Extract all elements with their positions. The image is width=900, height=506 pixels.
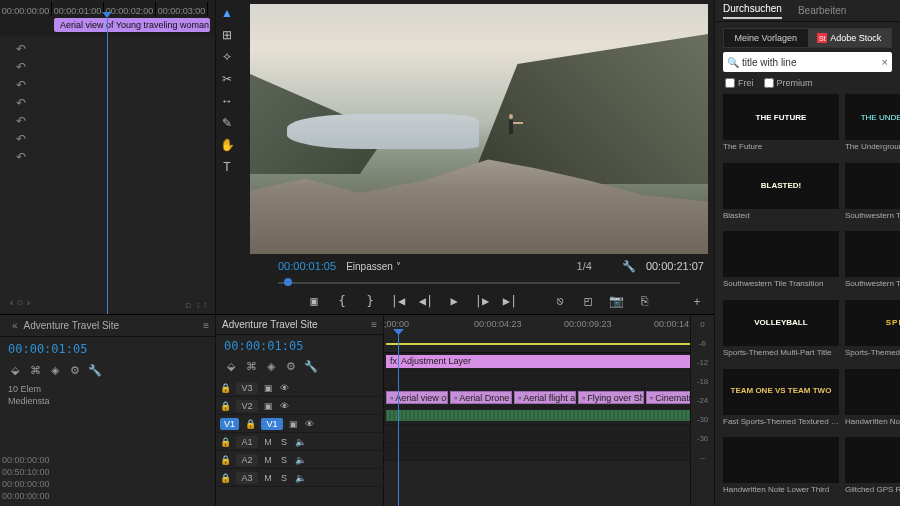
- tl-settings-icon[interactable]: ⚙: [284, 359, 298, 373]
- tab-prev-icon[interactable]: «: [12, 320, 18, 331]
- hand-tool-icon[interactable]: ✋: [218, 136, 236, 154]
- my-templates-toggle[interactable]: Meine Vorlagen: [724, 29, 808, 47]
- lock-icon[interactable]: 🔒: [220, 383, 232, 393]
- template-item[interactable]: Handwritten Note Lower Third: [723, 437, 839, 500]
- lock-icon[interactable]: 🔒: [220, 401, 232, 411]
- free-checkbox[interactable]: Frei: [725, 78, 754, 88]
- wrench-icon[interactable]: 🔧: [88, 363, 102, 377]
- solo-icon[interactable]: S: [278, 473, 290, 483]
- tab-browse[interactable]: Durchsuchen: [723, 3, 782, 19]
- export-frame-icon[interactable]: 📷: [607, 292, 625, 310]
- template-thumb[interactable]: [845, 437, 900, 483]
- template-item[interactable]: THE UNDERGROUNDThe Underground: [845, 94, 900, 157]
- lane-a1[interactable]: [384, 407, 714, 425]
- project-tab[interactable]: « Adventure Travel Site ≡: [0, 315, 215, 337]
- template-source-toggle[interactable]: Meine Vorlagen StAdobe Stock: [723, 28, 892, 48]
- lock-icon[interactable]: 🔒: [220, 473, 232, 483]
- settings-icon[interactable]: ⚙: [68, 363, 82, 377]
- template-item[interactable]: SPEEDSports-Themed Rolling Title T…: [845, 300, 900, 363]
- program-viewport[interactable]: [250, 4, 708, 254]
- lane-a3[interactable]: [384, 443, 714, 461]
- marker-icon[interactable]: ▣: [305, 292, 323, 310]
- template-thumb[interactable]: [723, 231, 839, 277]
- go-out-icon[interactable]: ▶|: [501, 292, 519, 310]
- timeline-body[interactable]: ;00:00 00:00:04:23 00:00:09:23 00:00:14:…: [384, 315, 714, 506]
- template-thumb[interactable]: TEAM ONE VS TEAM TWO: [723, 369, 839, 415]
- tab-edit[interactable]: Bearbeiten: [798, 5, 846, 16]
- template-item[interactable]: THE FUTUREThe Future: [723, 94, 839, 157]
- timeline-ruler[interactable]: ;00:00 00:00:04:23 00:00:09:23 00:00:14:…: [384, 315, 714, 353]
- work-area-bar[interactable]: [386, 343, 708, 345]
- lane-v3[interactable]: fxAdjustment Layer: [384, 353, 714, 371]
- video-clip[interactable]: ▫Aerial Drone Shot One Perso: [450, 391, 512, 404]
- lock-icon[interactable]: 🔒: [220, 455, 232, 465]
- template-search[interactable]: 🔍 ×: [723, 52, 892, 72]
- template-item[interactable]: Southwestern Tile Lower Third: [845, 231, 900, 294]
- sequence-tab[interactable]: Adventure Travel Site≡: [216, 315, 383, 335]
- link-sel-icon[interactable]: ⌘: [244, 359, 258, 373]
- program-scrubber[interactable]: [278, 278, 680, 288]
- wrench-icon[interactable]: 🔧: [622, 260, 636, 273]
- link-icon[interactable]: ⌘: [28, 363, 42, 377]
- lock-icon[interactable]: 🔒: [220, 437, 232, 447]
- template-item[interactable]: Southwestern Tile Transition: [723, 231, 839, 294]
- mute-icon[interactable]: M: [262, 455, 274, 465]
- search-input[interactable]: [742, 57, 882, 68]
- video-clip[interactable]: ▫Aerial view of Young travel: [386, 391, 448, 404]
- lane-a2[interactable]: [384, 425, 714, 443]
- marker-icon[interactable]: ◈: [48, 363, 62, 377]
- adobe-stock-toggle[interactable]: StAdobe Stock: [808, 29, 892, 47]
- type-tool-icon[interactable]: T: [218, 158, 236, 176]
- timeline-timecode[interactable]: 00:00:01:05: [224, 339, 303, 353]
- mute-icon[interactable]: M: [262, 437, 274, 447]
- lane-v2[interactable]: [384, 371, 714, 389]
- template-item[interactable]: BLASTED!Blasted: [723, 163, 839, 226]
- eye-icon[interactable]: 👁: [303, 419, 315, 429]
- pen-tool-icon[interactable]: ✎: [218, 114, 236, 132]
- template-thumb[interactable]: [845, 369, 900, 415]
- toggle-output-icon[interactable]: ▣: [262, 383, 274, 393]
- add-marker-icon[interactable]: ◈: [264, 359, 278, 373]
- track-header-v1[interactable]: V1🔒V1▣👁: [216, 415, 383, 433]
- adjustment-layer-clip[interactable]: fxAdjustment Layer: [386, 355, 710, 368]
- template-thumb[interactable]: [845, 231, 900, 277]
- in-point-icon[interactable]: {: [333, 292, 351, 310]
- premium-checkbox[interactable]: Premium: [764, 78, 813, 88]
- source-playhead[interactable]: [107, 18, 108, 314]
- template-item[interactable]: VOLLEYBALLSports-Themed Multi-Part Title: [723, 300, 839, 363]
- lift-icon[interactable]: ⎋: [551, 292, 569, 310]
- track-header-v2[interactable]: 🔒V2▣👁: [216, 397, 383, 415]
- timeline-playhead[interactable]: [398, 333, 399, 506]
- fit-dropdown[interactable]: Einpassen ˅: [346, 261, 400, 272]
- out-point-icon[interactable]: }: [361, 292, 379, 310]
- video-clip[interactable]: ▫Aerial flight above people h: [514, 391, 576, 404]
- template-thumb[interactable]: BLASTED!: [723, 163, 839, 209]
- template-thumb[interactable]: SPEED: [845, 300, 900, 346]
- tl-wrench-icon[interactable]: 🔧: [304, 359, 318, 373]
- snap-icon[interactable]: ⬙: [224, 359, 238, 373]
- eye-icon[interactable]: 👁: [278, 383, 290, 393]
- template-thumb[interactable]: [723, 437, 839, 483]
- extract-icon[interactable]: ◰: [579, 292, 597, 310]
- template-thumb[interactable]: THE UNDERGROUND: [845, 94, 900, 140]
- compare-icon[interactable]: ⎘: [635, 292, 653, 310]
- video-clip[interactable]: ▫Flying over Shwesandaw Pa: [578, 391, 644, 404]
- panel-resize-icon[interactable]: ⌕ ⋮⋮: [185, 298, 209, 310]
- program-tc-left[interactable]: 00:00:01:05: [278, 260, 336, 272]
- track-header-a3[interactable]: 🔒A3MS🔈: [216, 469, 383, 487]
- scrubber-playhead[interactable]: [284, 278, 292, 286]
- template-item[interactable]: Southwestern Tile Title Seque…: [845, 163, 900, 226]
- track-header-v3[interactable]: 🔒V3▣👁: [216, 379, 383, 397]
- eye-icon[interactable]: 👁: [278, 401, 290, 411]
- template-item[interactable]: Handwritten Note Title: [845, 369, 900, 432]
- toggle-output-icon[interactable]: ▣: [262, 401, 274, 411]
- source-clip-chip[interactable]: Aerial view of Young traveling woman wea…: [54, 18, 210, 32]
- go-in-icon[interactable]: |◀: [389, 292, 407, 310]
- toggle-output-icon[interactable]: ▣: [287, 419, 299, 429]
- template-thumb[interactable]: VOLLEYBALL: [723, 300, 839, 346]
- track-header-a2[interactable]: 🔒A2MS🔈: [216, 451, 383, 469]
- template-thumb[interactable]: [845, 163, 900, 209]
- track-header-a1[interactable]: 🔒A1MS🔈: [216, 433, 383, 451]
- tab-menu-icon[interactable]: ≡: [203, 320, 209, 331]
- slip-tool-icon[interactable]: ↔: [218, 92, 236, 110]
